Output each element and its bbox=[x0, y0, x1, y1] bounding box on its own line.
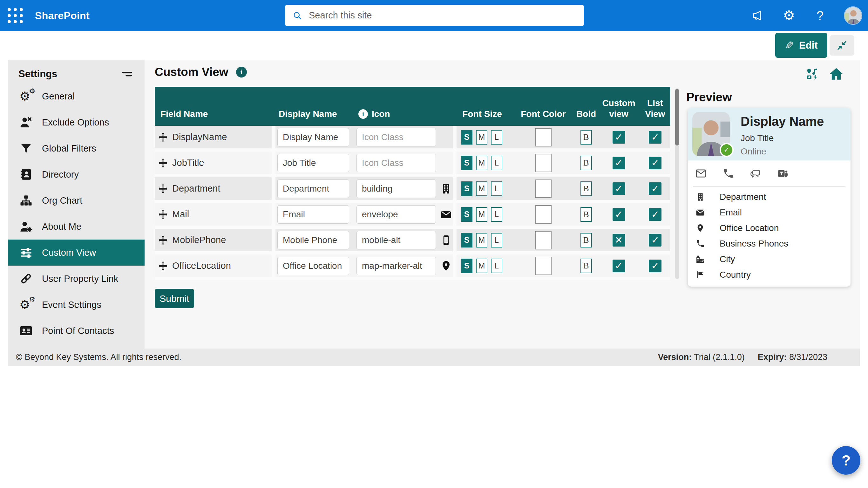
bold-button[interactable]: B bbox=[581, 181, 592, 196]
icon-class-input[interactable] bbox=[356, 180, 436, 198]
display-name-input[interactable] bbox=[277, 154, 349, 172]
page-info-icon[interactable]: i bbox=[236, 67, 247, 78]
table-header: Field Name Display Name i Icon Font Size… bbox=[155, 87, 670, 126]
move-icon[interactable] bbox=[158, 261, 168, 271]
sidebar-item-label: User Property Link bbox=[42, 274, 118, 284]
font-color-picker[interactable] bbox=[535, 154, 552, 172]
bold-button[interactable]: B bbox=[581, 156, 592, 170]
font-color-picker[interactable] bbox=[535, 128, 552, 147]
font-size-l-button[interactable]: L bbox=[491, 156, 502, 170]
sidebar-item-custom-view[interactable]: Custom View bbox=[8, 240, 145, 266]
move-icon[interactable] bbox=[158, 209, 168, 219]
icon-class-input[interactable] bbox=[356, 128, 436, 147]
app-launcher-waffle-icon[interactable] bbox=[0, 0, 31, 31]
sidebar-item-point-of-contacts[interactable]: Point Of Contacts bbox=[8, 318, 145, 344]
font-size-m-button[interactable]: M bbox=[476, 181, 487, 196]
icon-class-input[interactable] bbox=[356, 257, 436, 275]
help-icon[interactable]: ? bbox=[813, 8, 827, 23]
custom-view-checkbox[interactable]: ✕ bbox=[613, 234, 625, 247]
icon-info-icon[interactable]: i bbox=[359, 109, 368, 119]
font-size-l-button[interactable]: L bbox=[491, 207, 502, 222]
app-title[interactable]: SharePoint bbox=[35, 10, 90, 22]
custom-view-checkbox[interactable]: ✓ bbox=[613, 182, 625, 195]
font-size-s-button[interactable]: S bbox=[461, 130, 472, 145]
collapse-button[interactable] bbox=[830, 35, 854, 56]
custom-view-checkbox[interactable]: ✓ bbox=[613, 157, 625, 169]
sidebar-item-general[interactable]: ⚙⚙ General bbox=[8, 83, 145, 109]
font-size-l-button[interactable]: L bbox=[491, 130, 502, 145]
custom-view-checkbox[interactable]: ✓ bbox=[613, 260, 625, 272]
font-size-m-button[interactable]: M bbox=[476, 207, 487, 222]
settings-gear-icon[interactable]: ⚙ bbox=[782, 8, 796, 23]
font-size-m-button[interactable]: M bbox=[476, 130, 487, 145]
chat-icon[interactable] bbox=[749, 167, 762, 180]
font-color-picker[interactable] bbox=[535, 205, 552, 224]
display-name-input[interactable] bbox=[277, 128, 349, 147]
megaphone-icon[interactable] bbox=[750, 8, 765, 23]
font-size-s-button[interactable]: S bbox=[461, 207, 472, 222]
sidebar-item-event-settings[interactable]: ⚙⚙ Event Settings bbox=[8, 292, 145, 318]
sidebar-item-org-chart[interactable]: Org Chart bbox=[8, 187, 145, 214]
sidebar-item-directory[interactable]: Directory bbox=[8, 161, 145, 187]
display-name-input[interactable] bbox=[277, 257, 349, 275]
icon-set-icon[interactable] bbox=[805, 67, 819, 81]
sidebar-item-label: Exclude Options bbox=[42, 117, 109, 128]
help-fab-button[interactable]: ? bbox=[832, 446, 860, 475]
list-view-checkbox[interactable]: ✓ bbox=[649, 260, 661, 272]
font-color-picker[interactable] bbox=[535, 257, 552, 275]
icon-class-input[interactable] bbox=[356, 231, 436, 249]
sidebar-item-global-filters[interactable]: Global Filters bbox=[8, 135, 145, 161]
mail-icon[interactable] bbox=[695, 167, 707, 180]
icon-class-input[interactable] bbox=[356, 154, 436, 172]
move-icon[interactable] bbox=[158, 132, 168, 142]
edit-button[interactable]: ✎ Edit bbox=[775, 33, 827, 58]
font-size-m-button[interactable]: M bbox=[476, 233, 487, 247]
display-name-input[interactable] bbox=[277, 205, 349, 224]
submit-button[interactable]: Submit bbox=[155, 289, 194, 308]
font-size-l-button[interactable]: L bbox=[491, 258, 502, 273]
search-input[interactable] bbox=[309, 10, 577, 21]
move-icon[interactable] bbox=[158, 158, 168, 168]
font-size-l-button[interactable]: L bbox=[491, 181, 502, 196]
icon-class-input[interactable] bbox=[356, 205, 436, 224]
preview-display-name: Display Name bbox=[741, 114, 824, 129]
preview-field-email: Email bbox=[695, 205, 850, 220]
user-avatar[interactable] bbox=[844, 6, 862, 25]
list-view-checkbox[interactable]: ✓ bbox=[649, 131, 661, 144]
custom-view-checkbox[interactable]: ✓ bbox=[613, 208, 625, 221]
sidebar-item-user-property-link[interactable]: User Property Link bbox=[8, 266, 145, 292]
list-view-checkbox[interactable]: ✓ bbox=[649, 208, 661, 221]
sidebar-item-about-me[interactable]: About Me bbox=[8, 214, 145, 240]
menu-toggle-icon[interactable] bbox=[120, 67, 134, 81]
column-header-icon: i Icon bbox=[353, 87, 453, 126]
font-size-m-button[interactable]: M bbox=[476, 258, 487, 273]
list-view-checkbox[interactable]: ✓ bbox=[649, 182, 661, 195]
font-size-s-button[interactable]: S bbox=[461, 181, 472, 196]
list-view-checkbox[interactable]: ✓ bbox=[649, 234, 661, 247]
table-scrollbar-thumb[interactable] bbox=[675, 89, 679, 146]
city-icon bbox=[695, 254, 705, 264]
home-icon[interactable] bbox=[828, 66, 844, 82]
column-header-field-name: Field Name bbox=[155, 87, 272, 126]
list-view-checkbox[interactable]: ✓ bbox=[649, 157, 661, 169]
phone-icon[interactable] bbox=[722, 167, 734, 180]
font-size-m-button[interactable]: M bbox=[476, 156, 487, 170]
font-color-picker[interactable] bbox=[535, 180, 552, 198]
font-size-l-button[interactable]: L bbox=[491, 233, 502, 247]
display-name-input[interactable] bbox=[277, 231, 349, 249]
custom-view-checkbox[interactable]: ✓ bbox=[613, 131, 625, 144]
move-icon[interactable] bbox=[158, 184, 168, 194]
version-value: Trial (2.1.1.0) bbox=[694, 352, 745, 362]
font-size-s-button[interactable]: S bbox=[461, 233, 472, 247]
bold-button[interactable]: B bbox=[581, 258, 592, 273]
font-color-picker[interactable] bbox=[535, 231, 552, 249]
display-name-input[interactable] bbox=[277, 180, 349, 198]
sidebar-item-exclude-options[interactable]: Exclude Options bbox=[8, 109, 145, 135]
font-size-s-button[interactable]: S bbox=[461, 258, 472, 273]
bold-button[interactable]: B bbox=[581, 207, 592, 222]
bold-button[interactable]: B bbox=[581, 233, 592, 247]
font-size-s-button[interactable]: S bbox=[461, 156, 472, 170]
bold-button[interactable]: B bbox=[581, 130, 592, 145]
teams-icon[interactable] bbox=[777, 167, 789, 180]
move-icon[interactable] bbox=[158, 235, 168, 245]
